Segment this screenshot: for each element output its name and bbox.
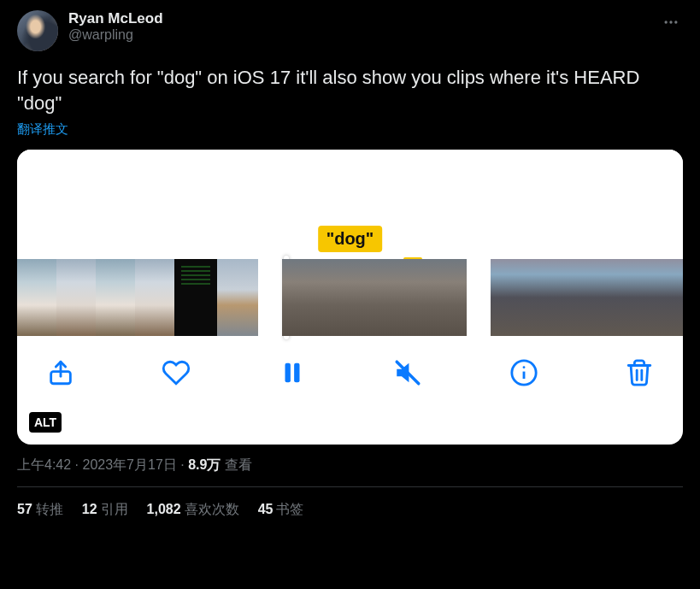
mute-button[interactable] (393, 358, 422, 387)
bookmarks-label: 书签 (276, 502, 303, 516)
heart-icon (162, 358, 191, 387)
views-label: 查看 (225, 457, 252, 472)
retweets-count: 57 (17, 502, 32, 516)
clip-group-2 (282, 259, 467, 336)
clip-group-1 (17, 259, 258, 336)
media-attachment[interactable]: "dog" (17, 150, 683, 445)
clip-thumbnail (528, 259, 566, 336)
clip-thumbnail (17, 259, 56, 336)
alt-badge[interactable]: ALT (29, 412, 62, 433)
svg-point-2 (674, 21, 677, 23)
quotes-label: 引用 (101, 502, 128, 516)
tweet-container: Ryan McLeod @warpling If you search for … (0, 0, 700, 534)
clip-thumbnail (96, 259, 135, 336)
likes-label: 喜欢次数 (185, 502, 239, 516)
quotes-stat[interactable]: 12引用 (82, 501, 128, 519)
tweet-time[interactable]: 上午4:42 (17, 457, 71, 472)
retweets-stat[interactable]: 57转推 (17, 501, 63, 519)
likes-count: 1,082 (147, 502, 181, 516)
share-icon (46, 358, 75, 387)
svg-rect-5 (294, 363, 299, 383)
tweet-text: If you search for "dog" on iOS 17 it'll … (17, 65, 683, 116)
pause-button[interactable] (278, 358, 307, 387)
tweet-meta: 上午4:42 · 2023年7月17日 · 8.9万 查看 (17, 456, 683, 487)
user-meta[interactable]: Ryan McLeod @warpling (68, 10, 649, 43)
info-button[interactable] (509, 358, 538, 387)
clip-thumbnail (135, 259, 174, 336)
user-handle: @warpling (68, 27, 649, 43)
clip-thumbnail (566, 259, 603, 336)
bookmarks-count: 45 (258, 502, 274, 516)
clip-thumbnail (679, 259, 683, 336)
bookmarks-stat[interactable]: 45书签 (258, 501, 304, 519)
clip-thumbnail (421, 259, 467, 336)
clip-group-3 (491, 259, 683, 336)
video-filmstrip (17, 259, 683, 336)
info-icon (509, 358, 538, 387)
media-top: "dog" (17, 150, 683, 259)
clip-thumbnail (491, 259, 528, 336)
like-button[interactable] (162, 358, 191, 387)
clip-thumbnail (56, 259, 96, 336)
svg-point-0 (665, 21, 668, 23)
media-toolbar (17, 336, 683, 404)
tweet-stats: 57转推 12引用 1,082喜欢次数 45书签 (17, 487, 683, 524)
svg-point-9 (522, 366, 525, 368)
retweets-label: 转推 (36, 502, 63, 516)
share-button[interactable] (46, 358, 75, 387)
more-button[interactable] (659, 10, 683, 38)
translate-link[interactable]: 翻译推文 (17, 121, 683, 138)
clip-thumbnail (217, 259, 258, 336)
mute-icon (393, 358, 422, 387)
clip-thumbnail (174, 259, 217, 336)
likes-stat[interactable]: 1,082喜欢次数 (147, 501, 239, 519)
avatar[interactable] (17, 10, 58, 51)
search-highlight-label: "dog" (318, 226, 383, 252)
pause-icon (278, 358, 307, 387)
svg-point-1 (669, 21, 672, 23)
svg-rect-4 (285, 363, 290, 383)
clip-thumbnail (641, 259, 679, 336)
clip-thumbnail (374, 259, 421, 336)
tweet-header: Ryan McLeod @warpling (17, 10, 683, 51)
delete-button[interactable] (625, 358, 654, 387)
trash-icon (625, 358, 654, 387)
tweet-date[interactable]: 2023年7月17日 (82, 457, 176, 472)
quotes-count: 12 (82, 502, 97, 516)
clip-thumbnail (282, 259, 328, 336)
more-icon (662, 14, 679, 31)
clip-thumbnail (328, 259, 374, 336)
views-count: 8.9万 (188, 457, 221, 472)
clip-thumbnail (603, 259, 641, 336)
display-name: Ryan McLeod (68, 10, 649, 27)
